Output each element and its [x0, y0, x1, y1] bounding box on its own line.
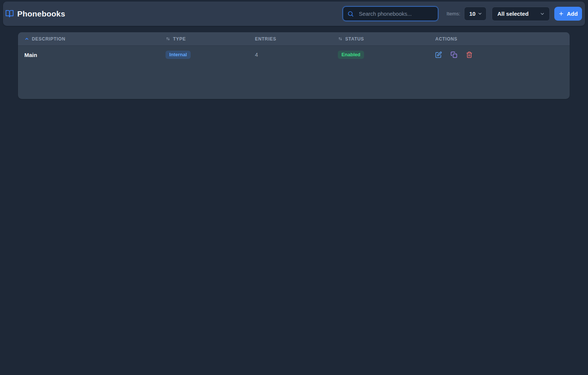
- status-badge: Enabled: [338, 51, 364, 59]
- column-label: ACTIONS: [435, 36, 457, 42]
- column-header-entries: ENTRIES: [249, 32, 331, 45]
- column-label: DESCRIPTION: [32, 36, 66, 42]
- page-title: Phonebooks: [17, 9, 65, 18]
- search-icon: [347, 10, 354, 17]
- status-cell: Enabled: [331, 46, 429, 64]
- entries-count: 4: [255, 52, 258, 58]
- column-label: STATUS: [345, 36, 364, 42]
- book-open-icon: [5, 9, 14, 18]
- column-header-description[interactable]: DESCRIPTION: [18, 32, 159, 45]
- chevron-down-icon: [540, 11, 545, 16]
- actions-cell: [429, 46, 570, 64]
- column-header-actions: ACTIONS: [429, 32, 570, 45]
- column-label: TYPE: [173, 36, 186, 42]
- column-header-type[interactable]: TYPE: [159, 32, 249, 45]
- phonebook-name: Main: [24, 52, 37, 58]
- trash-icon: [466, 51, 473, 58]
- copy-button[interactable]: [451, 51, 457, 58]
- add-button-label: Add: [567, 10, 578, 17]
- delete-button[interactable]: [466, 51, 473, 58]
- search-box: [343, 6, 438, 21]
- phonebooks-table: DESCRIPTION TYPE ENTRIES STATUS: [18, 32, 570, 99]
- filter-select[interactable]: All selected: [492, 7, 550, 21]
- plus-icon: [558, 11, 564, 16]
- header-bar: Phonebooks Items: 10 All selected: [3, 2, 585, 26]
- entries-cell: 4: [249, 46, 331, 64]
- header-controls: Items: 10 All selected Ad: [343, 6, 582, 21]
- add-button[interactable]: Add: [554, 7, 582, 21]
- edit-button[interactable]: [435, 51, 442, 58]
- type-cell: Internal: [159, 46, 249, 64]
- type-badge: Internal: [166, 51, 191, 59]
- sort-ascending-icon: [24, 36, 29, 41]
- title-group: Phonebooks: [5, 9, 65, 18]
- description-cell: Main: [18, 46, 159, 64]
- column-label: ENTRIES: [255, 36, 276, 42]
- items-label: Items:: [446, 11, 460, 16]
- filter-select-value: All selected: [497, 10, 528, 17]
- items-per-page-value: 10: [469, 10, 476, 17]
- table-row: Main Internal 4 Enabled: [18, 46, 570, 64]
- pencil-square-icon: [435, 51, 442, 58]
- arrows-up-down-icon: [166, 36, 170, 41]
- search-input[interactable]: [358, 10, 434, 17]
- chevron-down-icon: [478, 11, 482, 16]
- copy-icon: [451, 51, 457, 58]
- table-header-row: DESCRIPTION TYPE ENTRIES STATUS: [18, 32, 570, 46]
- column-header-status[interactable]: STATUS: [331, 32, 429, 45]
- arrows-up-down-icon: [338, 36, 343, 41]
- items-per-page-select[interactable]: 10: [464, 7, 487, 21]
